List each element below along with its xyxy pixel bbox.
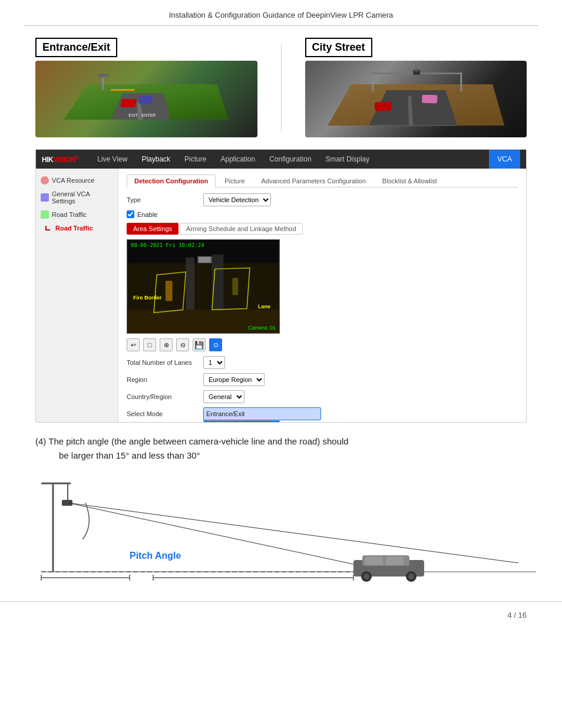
city-svg bbox=[305, 61, 527, 137]
svg-rect-46 bbox=[365, 556, 383, 565]
country-select[interactable]: General bbox=[203, 390, 244, 403]
sub-tab-area[interactable]: Area Settings bbox=[127, 223, 178, 235]
lanes-select[interactable]: 1 bbox=[203, 356, 225, 369]
select-mode-value: Entrance/Exit bbox=[206, 410, 244, 417]
svg-rect-30 bbox=[166, 281, 173, 301]
sidebar-label-road: Road Traffic bbox=[52, 211, 87, 218]
svg-rect-13 bbox=[375, 102, 392, 111]
select-option-entrance[interactable]: Entrance/Exit bbox=[204, 421, 279, 422]
lanes-row: Total Number of Lanes 1 bbox=[127, 356, 518, 369]
logo-hik: HIK bbox=[42, 156, 53, 164]
cam-btn-zoom[interactable]: ⊕ bbox=[160, 338, 173, 351]
cam-btn-capture[interactable]: ⊙ bbox=[209, 338, 222, 351]
country-select-wrap: General bbox=[203, 390, 321, 403]
tab-detection-config[interactable]: Detection Configuration bbox=[127, 174, 216, 187]
type-row: Type Vehicle Detection bbox=[127, 193, 518, 206]
road-traffic-sub-indicator bbox=[45, 226, 50, 230]
cam-btn-prev[interactable]: ↩ bbox=[127, 338, 140, 351]
nav-configuration[interactable]: Configuration bbox=[262, 150, 318, 169]
camera-scene-svg bbox=[127, 240, 279, 333]
enable-checkbox[interactable] bbox=[127, 210, 134, 218]
cam-btn-zoom-out[interactable]: ⊖ bbox=[176, 338, 189, 351]
camera-overlay-lane: Lane bbox=[258, 304, 270, 309]
entrance-exit-label: Entrance/Exit bbox=[35, 38, 117, 57]
entrance-exit-image: EXIT ENTER bbox=[35, 61, 257, 137]
select-mode-row: Select Mode Entrance/Exit Entrance/Exit … bbox=[127, 407, 518, 420]
svg-text:EXIT: EXIT bbox=[128, 113, 138, 117]
pitch-svg: Pitch Angle bbox=[35, 472, 542, 584]
general-vca-icon bbox=[41, 193, 49, 202]
svg-text:Pitch Angle: Pitch Angle bbox=[130, 551, 181, 561]
svg-rect-4 bbox=[138, 96, 153, 104]
svg-point-43 bbox=[363, 574, 369, 579]
sidebar-item-general-vca[interactable]: General VCA Settings bbox=[36, 187, 118, 207]
page-content: Entrance/Exit bbox=[0, 26, 562, 601]
region-select-wrap: Europe Region bbox=[203, 373, 321, 386]
nav-bar: HIKVISION® Live View Playback Picture Ap… bbox=[36, 150, 526, 169]
svg-text:ENTER: ENTER bbox=[141, 113, 156, 117]
sidebar-item-road-traffic-sub[interactable]: Road Traffic bbox=[36, 222, 118, 235]
select-mode-control[interactable]: Entrance/Exit bbox=[203, 407, 321, 420]
tab-advanced-params[interactable]: Advanced Parameters Configuration bbox=[254, 174, 373, 187]
entrance-svg: EXIT ENTER bbox=[35, 61, 257, 137]
nav-smart-display[interactable]: Smart Display bbox=[319, 150, 377, 169]
select-mode-dropdown: Entrance/Exit City Street bbox=[203, 420, 280, 422]
nav-live-view[interactable]: Live View bbox=[90, 150, 134, 169]
page-footer: 4 / 16 bbox=[0, 601, 562, 628]
camera-label: Camera: 01 bbox=[248, 325, 276, 331]
lanes-select-wrap: 1 bbox=[203, 356, 321, 369]
camera-bg bbox=[127, 240, 279, 333]
svg-rect-5 bbox=[102, 75, 104, 90]
sidebar-item-vca-resource[interactable]: VCA Resource bbox=[36, 173, 118, 187]
illustrations-section: Entrance/Exit bbox=[35, 38, 527, 137]
svg-rect-27 bbox=[199, 257, 211, 263]
tab-picture[interactable]: Picture bbox=[217, 174, 252, 187]
sidebar-label-general: General VCA Settings bbox=[52, 190, 113, 205]
main-panel: Detection Configuration Picture Advanced… bbox=[118, 169, 526, 422]
svg-point-45 bbox=[408, 574, 414, 579]
city-street-label: City Street bbox=[305, 38, 372, 57]
nav-vca[interactable]: VCA bbox=[489, 150, 520, 169]
tab-bar: Detection Configuration Picture Advanced… bbox=[127, 174, 518, 187]
region-label: Region bbox=[127, 376, 203, 383]
cam-btn-save-icon[interactable]: 💾 bbox=[193, 338, 206, 351]
pitch-text-2: be larger than 15° and less than 30° bbox=[35, 449, 527, 463]
type-label: Type bbox=[127, 196, 203, 203]
svg-rect-31 bbox=[232, 278, 238, 295]
svg-rect-6 bbox=[98, 74, 108, 77]
page-number: 4 / 16 bbox=[507, 611, 527, 620]
type-select[interactable]: Vehicle Detection bbox=[203, 193, 271, 206]
svg-rect-15 bbox=[372, 73, 373, 91]
sub-tab-bar: Area Settings Arming Schedule and Linkag… bbox=[127, 223, 518, 235]
tab-blocklist[interactable]: Blocklist & Allowlist bbox=[375, 174, 445, 187]
svg-rect-17 bbox=[460, 73, 462, 91]
nav-playback[interactable]: Playback bbox=[134, 150, 177, 169]
divider bbox=[281, 44, 282, 131]
vca-resource-icon bbox=[41, 176, 49, 185]
sidebar-label-vca: VCA Resource bbox=[52, 177, 94, 184]
country-label: Country/Region bbox=[127, 393, 203, 400]
svg-rect-36 bbox=[62, 500, 72, 506]
pitch-text: (4) The pitch angle (the angle between c… bbox=[35, 434, 527, 463]
select-mode-label: Select Mode bbox=[127, 410, 203, 417]
enable-row: Enable bbox=[127, 210, 518, 218]
camera-toolbar: ↩ □ ⊕ ⊖ 💾 ⊙ bbox=[127, 338, 518, 351]
camera-preview: 08-06-2021 Fri 16:02:24 Fire Border Lane… bbox=[127, 239, 280, 334]
select-mode-wrap: Entrance/Exit Entrance/Exit City Street bbox=[203, 407, 321, 420]
region-select[interactable]: Europe Region bbox=[203, 373, 265, 386]
sidebar-item-road-traffic[interactable]: Road Traffic bbox=[36, 207, 118, 222]
svg-rect-14 bbox=[422, 95, 437, 104]
nav-picture[interactable]: Picture bbox=[177, 150, 213, 169]
pitch-section: (4) The pitch angle (the angle between c… bbox=[35, 434, 527, 589]
camera-overlay-border: Fire Border bbox=[133, 295, 162, 301]
camera-timestamp: 08-06-2021 Fri 16:02:24 bbox=[131, 242, 204, 248]
svg-rect-7 bbox=[111, 89, 134, 91]
region-row: Region Europe Region bbox=[127, 373, 518, 386]
cam-btn-stop[interactable]: □ bbox=[143, 338, 156, 351]
sub-tab-arming[interactable]: Arming Schedule and Linkage Method bbox=[180, 223, 303, 235]
enable-label: Enable bbox=[137, 211, 157, 218]
svg-rect-24 bbox=[186, 258, 194, 310]
nav-application[interactable]: Application bbox=[213, 150, 262, 169]
sidebar: VCA Resource General VCA Settings Road T… bbox=[36, 169, 118, 422]
sidebar-label-road-sub: Road Traffic bbox=[55, 225, 93, 232]
